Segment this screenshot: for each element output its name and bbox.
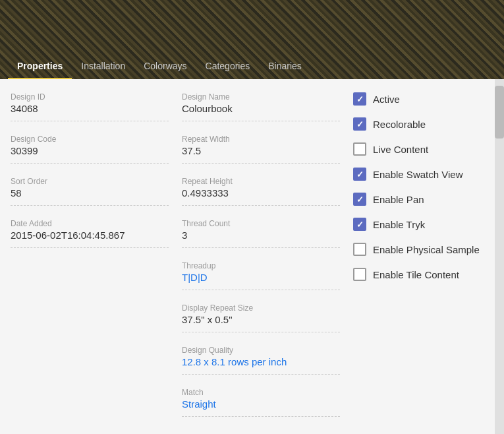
mid-column: Design Name Colourbook Repeat Width 37.5… <box>182 92 340 430</box>
checkbox-label: Enable Tile Content <box>373 269 459 280</box>
checkbox-enable-physical-sample[interactable]: Enable Physical Sample <box>353 243 484 256</box>
field-threadup: Threadup T|D|D <box>182 261 340 290</box>
scrollbar-track[interactable] <box>495 79 504 434</box>
field-repeat-height: Repeat Height 0.4933333 <box>182 177 340 206</box>
tab-categories[interactable]: Categories <box>196 54 260 79</box>
field-display-repeat-size: Display Repeat Size 37.5" x 0.5" <box>182 303 340 332</box>
checkbox-box <box>353 142 366 156</box>
field-date-added: Date Added 2015-06-02T16:04:45.867 <box>11 219 169 248</box>
checkbox-box: ✓ <box>353 168 366 181</box>
left-column: Design ID 34068 Design Code 30399 Sort O… <box>11 92 169 430</box>
field-sort-order: Sort Order 58 <box>11 177 169 206</box>
checkbox-label: Enable Pan <box>373 194 424 205</box>
tabs: PropertiesInstallationColorwaysCategorie… <box>0 54 504 79</box>
checkbox-live-content[interactable]: Live Content <box>353 142 484 156</box>
checkbox-box: ✓ <box>353 117 366 131</box>
checkbox-box: ✓ <box>353 193 366 206</box>
tab-binaries[interactable]: Binaries <box>259 54 311 79</box>
checkbox-box: ✓ <box>353 218 366 231</box>
checkbox-enable-tryk[interactable]: ✓ Enable Tryk <box>353 218 484 231</box>
field-design-code: Design Code 30399 <box>11 135 169 164</box>
checkbox-active[interactable]: ✓ Active <box>353 92 484 106</box>
checkbox-enable-swatch-view[interactable]: ✓ Enable Swatch View <box>353 168 484 181</box>
checkbox-recolorable[interactable]: ✓ Recolorable <box>353 117 484 131</box>
header: PropertiesInstallationColorwaysCategorie… <box>0 0 504 79</box>
tab-installation[interactable]: Installation <box>72 54 134 79</box>
field-repeat-width: Repeat Width 37.5 <box>182 135 340 164</box>
checkbox-label: Enable Physical Sample <box>373 244 480 255</box>
checkbox-label: Recolorable <box>373 119 426 130</box>
right-column: ✓ Active ✓ Recolorable Live Content ✓ En… <box>353 92 484 430</box>
field-thread-count: Thread Count 3 <box>182 219 340 248</box>
tab-colorways[interactable]: Colorways <box>134 54 196 79</box>
main-content: Design ID 34068 Design Code 30399 Sort O… <box>0 79 495 434</box>
checkbox-label: Enable Tryk <box>373 219 425 230</box>
checkbox-label: Live Content <box>373 144 428 155</box>
tab-properties[interactable]: Properties <box>8 54 72 79</box>
checkbox-box <box>353 268 366 281</box>
field-design-quality: Design Quality 12.8 x 8.1 rows per inch <box>182 346 340 375</box>
field-design-name: Design Name Colourbook <box>182 92 340 121</box>
checkbox-enable-pan[interactable]: ✓ Enable Pan <box>353 193 484 206</box>
checkbox-box: ✓ <box>353 92 366 106</box>
checkbox-label: Active <box>373 94 400 105</box>
checkbox-box <box>353 243 366 256</box>
field-match: Match Straight <box>182 388 340 417</box>
scrollbar-thumb[interactable] <box>495 86 504 139</box>
checkbox-enable-tile-content[interactable]: Enable Tile Content <box>353 268 484 281</box>
checkbox-label: Enable Swatch View <box>373 169 462 180</box>
field-design-id: Design ID 34068 <box>11 92 169 121</box>
